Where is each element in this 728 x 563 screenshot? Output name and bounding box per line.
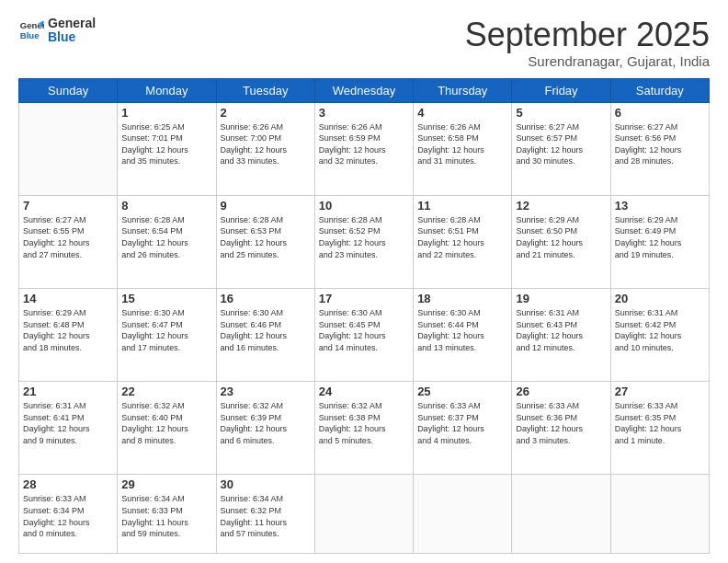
day-number: 18 xyxy=(417,292,507,305)
day-number: 6 xyxy=(615,106,705,120)
day-number: 22 xyxy=(121,385,211,398)
page: General Blue General Blue September 2025… xyxy=(0,0,728,563)
calendar-week-4: 21Sunrise: 6:31 AM Sunset: 6:41 PM Dayli… xyxy=(19,382,710,475)
cell-text: Sunrise: 6:29 AM Sunset: 6:48 PM Dayligh… xyxy=(23,307,113,353)
day-number: 4 xyxy=(417,106,507,120)
cell-text: Sunrise: 6:32 AM Sunset: 6:38 PM Dayligh… xyxy=(319,400,409,446)
cell-text: Sunrise: 6:33 AM Sunset: 6:35 PM Dayligh… xyxy=(615,400,705,446)
day-number: 11 xyxy=(417,199,507,213)
cell-text: Sunrise: 6:29 AM Sunset: 6:49 PM Dayligh… xyxy=(615,214,705,260)
cell-text: Sunrise: 6:27 AM Sunset: 6:56 PM Dayligh… xyxy=(615,121,705,167)
day-number: 15 xyxy=(121,292,211,305)
title-block: September 2025 Surendranagar, Gujarat, I… xyxy=(465,17,710,69)
logo: General Blue General Blue xyxy=(18,17,96,45)
cell-text: Sunrise: 6:34 AM Sunset: 6:33 PM Dayligh… xyxy=(121,493,211,539)
calendar-cell xyxy=(414,475,512,554)
calendar-cell xyxy=(314,475,413,554)
day-number: 28 xyxy=(23,477,113,491)
day-number: 29 xyxy=(121,477,211,491)
cell-text: Sunrise: 6:33 AM Sunset: 6:36 PM Dayligh… xyxy=(516,400,606,446)
calendar-cell: 3Sunrise: 6:26 AM Sunset: 6:59 PM Daylig… xyxy=(314,102,413,195)
month-title: September 2025 xyxy=(465,17,710,53)
calendar-cell: 18Sunrise: 6:30 AM Sunset: 6:44 PM Dayli… xyxy=(414,289,512,382)
weekday-header-row: SundayMondayTuesdayWednesdayThursdayFrid… xyxy=(19,78,710,102)
day-number: 2 xyxy=(221,106,311,120)
calendar-cell: 28Sunrise: 6:33 AM Sunset: 6:34 PM Dayli… xyxy=(19,475,118,554)
calendar-cell: 19Sunrise: 6:31 AM Sunset: 6:43 PM Dayli… xyxy=(512,289,610,382)
day-number: 21 xyxy=(23,385,113,398)
cell-text: Sunrise: 6:27 AM Sunset: 6:57 PM Dayligh… xyxy=(516,121,606,167)
calendar-cell xyxy=(19,102,118,195)
calendar-week-2: 7Sunrise: 6:27 AM Sunset: 6:55 PM Daylig… xyxy=(19,195,710,288)
subtitle: Surendranagar, Gujarat, India xyxy=(465,53,710,69)
calendar-week-1: 1Sunrise: 6:25 AM Sunset: 7:01 PM Daylig… xyxy=(19,102,710,195)
calendar-cell: 24Sunrise: 6:32 AM Sunset: 6:38 PM Dayli… xyxy=(314,382,413,475)
weekday-header-wednesday: Wednesday xyxy=(314,78,413,102)
cell-text: Sunrise: 6:29 AM Sunset: 6:50 PM Dayligh… xyxy=(516,214,606,260)
calendar-week-5: 28Sunrise: 6:33 AM Sunset: 6:34 PM Dayli… xyxy=(19,475,710,554)
calendar-cell: 16Sunrise: 6:30 AM Sunset: 6:46 PM Dayli… xyxy=(216,289,314,382)
day-number: 7 xyxy=(23,199,113,213)
cell-text: Sunrise: 6:33 AM Sunset: 6:34 PM Dayligh… xyxy=(23,493,113,539)
cell-text: Sunrise: 6:28 AM Sunset: 6:51 PM Dayligh… xyxy=(417,214,507,260)
calendar-cell: 8Sunrise: 6:28 AM Sunset: 6:54 PM Daylig… xyxy=(118,195,216,288)
calendar-cell: 13Sunrise: 6:29 AM Sunset: 6:49 PM Dayli… xyxy=(610,195,709,288)
day-number: 9 xyxy=(221,199,311,213)
calendar-cell xyxy=(512,475,610,554)
svg-text:Blue: Blue xyxy=(20,30,40,40)
calendar-cell: 27Sunrise: 6:33 AM Sunset: 6:35 PM Dayli… xyxy=(610,382,709,475)
calendar-cell: 11Sunrise: 6:28 AM Sunset: 6:51 PM Dayli… xyxy=(414,195,512,288)
header: General Blue General Blue September 2025… xyxy=(18,17,710,69)
calendar-cell: 14Sunrise: 6:29 AM Sunset: 6:48 PM Dayli… xyxy=(19,289,118,382)
cell-text: Sunrise: 6:26 AM Sunset: 6:59 PM Dayligh… xyxy=(319,121,409,167)
cell-text: Sunrise: 6:28 AM Sunset: 6:54 PM Dayligh… xyxy=(121,214,211,260)
calendar-cell: 2Sunrise: 6:26 AM Sunset: 7:00 PM Daylig… xyxy=(216,102,314,195)
calendar-cell: 6Sunrise: 6:27 AM Sunset: 6:56 PM Daylig… xyxy=(610,102,709,195)
weekday-header-tuesday: Tuesday xyxy=(216,78,314,102)
cell-text: Sunrise: 6:26 AM Sunset: 6:58 PM Dayligh… xyxy=(417,121,507,167)
day-number: 23 xyxy=(221,385,311,398)
cell-text: Sunrise: 6:30 AM Sunset: 6:47 PM Dayligh… xyxy=(121,307,211,353)
calendar-cell: 9Sunrise: 6:28 AM Sunset: 6:53 PM Daylig… xyxy=(216,195,314,288)
weekday-header-thursday: Thursday xyxy=(414,78,512,102)
calendar-week-3: 14Sunrise: 6:29 AM Sunset: 6:48 PM Dayli… xyxy=(19,289,710,382)
day-number: 16 xyxy=(221,292,311,305)
calendar-cell: 4Sunrise: 6:26 AM Sunset: 6:58 PM Daylig… xyxy=(414,102,512,195)
cell-text: Sunrise: 6:30 AM Sunset: 6:46 PM Dayligh… xyxy=(221,307,311,353)
cell-text: Sunrise: 6:26 AM Sunset: 7:00 PM Dayligh… xyxy=(221,121,311,167)
calendar-cell: 29Sunrise: 6:34 AM Sunset: 6:33 PM Dayli… xyxy=(118,475,216,554)
calendar-table: SundayMondayTuesdayWednesdayThursdayFrid… xyxy=(18,78,710,554)
weekday-header-friday: Friday xyxy=(512,78,610,102)
cell-text: Sunrise: 6:31 AM Sunset: 6:43 PM Dayligh… xyxy=(516,307,606,353)
cell-text: Sunrise: 6:27 AM Sunset: 6:55 PM Dayligh… xyxy=(23,214,113,260)
day-number: 17 xyxy=(319,292,409,305)
calendar-cell: 22Sunrise: 6:32 AM Sunset: 6:40 PM Dayli… xyxy=(118,382,216,475)
calendar-cell: 23Sunrise: 6:32 AM Sunset: 6:39 PM Dayli… xyxy=(216,382,314,475)
calendar-cell: 30Sunrise: 6:34 AM Sunset: 6:32 PM Dayli… xyxy=(216,475,314,554)
day-number: 19 xyxy=(516,292,606,305)
day-number: 1 xyxy=(121,106,211,120)
logo-line2: Blue xyxy=(48,30,96,44)
weekday-header-saturday: Saturday xyxy=(610,78,709,102)
day-number: 20 xyxy=(615,292,705,305)
day-number: 10 xyxy=(319,199,409,213)
cell-text: Sunrise: 6:32 AM Sunset: 6:39 PM Dayligh… xyxy=(221,400,311,446)
cell-text: Sunrise: 6:30 AM Sunset: 6:44 PM Dayligh… xyxy=(417,307,507,353)
day-number: 14 xyxy=(23,292,113,305)
calendar-cell xyxy=(610,475,709,554)
calendar-cell: 25Sunrise: 6:33 AM Sunset: 6:37 PM Dayli… xyxy=(414,382,512,475)
calendar-cell: 5Sunrise: 6:27 AM Sunset: 6:57 PM Daylig… xyxy=(512,102,610,195)
day-number: 8 xyxy=(121,199,211,213)
day-number: 13 xyxy=(615,199,705,213)
weekday-header-monday: Monday xyxy=(118,78,216,102)
day-number: 30 xyxy=(221,477,311,491)
day-number: 27 xyxy=(615,385,705,398)
weekday-header-sunday: Sunday xyxy=(19,78,118,102)
calendar-cell: 10Sunrise: 6:28 AM Sunset: 6:52 PM Dayli… xyxy=(314,195,413,288)
cell-text: Sunrise: 6:28 AM Sunset: 6:52 PM Dayligh… xyxy=(319,214,409,260)
logo-icon: General Blue xyxy=(18,17,44,43)
calendar-cell: 1Sunrise: 6:25 AM Sunset: 7:01 PM Daylig… xyxy=(118,102,216,195)
day-number: 26 xyxy=(516,385,606,398)
calendar-cell: 15Sunrise: 6:30 AM Sunset: 6:47 PM Dayli… xyxy=(118,289,216,382)
day-number: 25 xyxy=(417,385,507,398)
